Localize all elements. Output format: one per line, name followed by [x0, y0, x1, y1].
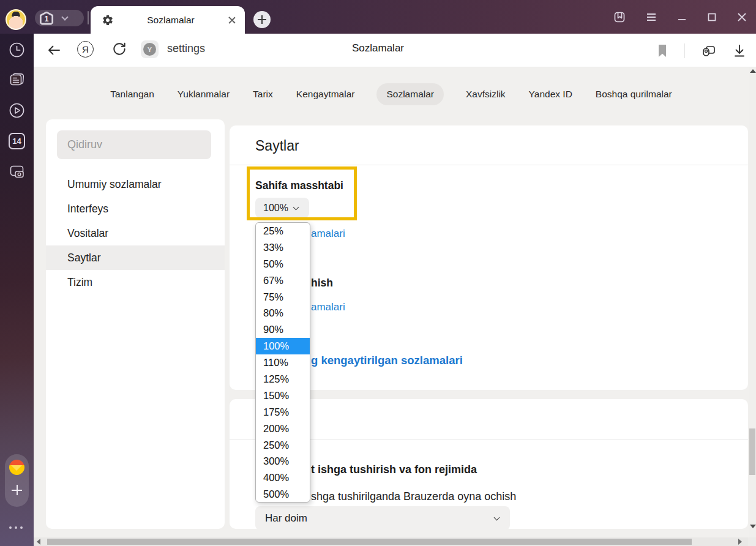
chevron-down-icon [61, 13, 68, 20]
downloads-icon[interactable] [733, 43, 746, 58]
nav-tab-xavfsizlik[interactable]: Xavfsizlik [465, 83, 507, 105]
tab-group-selector[interactable]: 1 [35, 10, 84, 26]
gear-icon [102, 14, 114, 26]
feed-icon[interactable] [9, 72, 25, 88]
more-options-icon[interactable] [9, 526, 23, 529]
tab-group-count: 1 [41, 13, 52, 23]
calendar-date: 14 [12, 136, 21, 146]
chevron-down-icon [293, 204, 299, 210]
history-icon[interactable] [9, 42, 25, 58]
tab-separator [88, 11, 89, 24]
autostart-select[interactable]: Har doim [255, 506, 510, 530]
yandex-logo-icon[interactable]: Я [77, 41, 94, 58]
scroll-right-arrow[interactable] [738, 539, 742, 545]
autostart-text-partial: shga tushirilganda Brauzerda oyna ochish [311, 490, 516, 503]
search-placeholder: Qidiruv [67, 138, 102, 151]
settings-sidebar: Qidiruv Umumiy sozlamalar Interfeys Vosi… [46, 119, 225, 529]
search-input[interactable]: Qidiruv [57, 130, 211, 159]
advanced-settings-link[interactable]: g kengaytirilgan sozlamalari [311, 354, 463, 367]
nav-tab-kengaytmalar[interactable]: Kengaytmalar [295, 83, 356, 105]
sidebar-item-umumiy[interactable]: Umumiy sozlamalar [46, 172, 225, 196]
page-zoom-label: Sahifa masshtabi [255, 179, 343, 192]
autostart-select-value: Har doim [265, 512, 307, 525]
nav-tab-sozlamalar[interactable]: Sozlamalar [376, 83, 444, 105]
calendar-icon[interactable]: 14 [9, 133, 25, 149]
nav-tab-tarix[interactable]: Tarix [252, 83, 274, 105]
partial-heading: hish [311, 277, 333, 290]
autostart-heading-partial: t ishga tushirish va fon rejimida [311, 463, 477, 476]
site-favicon-letter: Y [143, 43, 156, 56]
zoom-option-75[interactable]: 75% [256, 289, 310, 305]
zoom-option-150[interactable]: 150% [256, 387, 310, 404]
toolbar-divider [684, 43, 685, 58]
menu-icon[interactable] [646, 12, 657, 22]
maximize-icon[interactable] [707, 12, 717, 22]
zoom-option-80[interactable]: 80% [256, 305, 310, 321]
bookmark-icon[interactable] [656, 43, 668, 58]
pinned-apps-pill [5, 454, 29, 507]
page-zoom-value: 100% [263, 203, 288, 214]
scroll-left-arrow[interactable] [37, 539, 40, 545]
tab-title: Sozlamalar [114, 15, 228, 26]
section-divider [230, 165, 748, 165]
horizontal-scrollbar-thumb[interactable] [47, 539, 692, 545]
zoom-option-100-selected[interactable]: 100% [256, 338, 310, 354]
chevron-down-icon [494, 514, 500, 520]
zoom-option-50[interactable]: 50% [256, 256, 310, 272]
nav-tab-yuklanmalar[interactable]: Yuklanmalar [176, 83, 231, 105]
side-panel-icon[interactable] [613, 11, 626, 23]
zoom-option-200[interactable]: 200% [256, 421, 310, 437]
nav-tab-boshqa-qurilmalar[interactable]: Boshqa qurilmalar [594, 83, 673, 105]
zoom-option-250[interactable]: 250% [256, 437, 310, 454]
page-zoom-select[interactable]: 100% [255, 198, 309, 218]
vertical-scrollbar-thumb[interactable] [749, 428, 755, 475]
zoom-option-25[interactable]: 25% [256, 223, 310, 239]
nav-tab-yandex-id[interactable]: Yandex ID [528, 83, 574, 105]
sidebar-item-vositalar[interactable]: Vositalar [46, 221, 225, 245]
zoom-option-110[interactable]: 110% [256, 354, 310, 371]
zoom-option-500[interactable]: 500% [256, 486, 310, 503]
settings-nav: Tanlangan Yuklanmalar Tarix Kengaytmalar… [34, 81, 749, 108]
section-heading: Saytlar [255, 138, 299, 154]
back-icon[interactable] [46, 42, 62, 58]
zoom-option-175[interactable]: 175% [256, 404, 310, 421]
zoom-option-125[interactable]: 125% [256, 371, 310, 387]
reload-icon[interactable] [111, 41, 127, 57]
tab-groups-icon[interactable] [701, 43, 717, 58]
yandex-mail-icon[interactable] [9, 460, 24, 475]
zoom-option-300[interactable]: 300% [256, 453, 310, 469]
sidebar-item-saytlar[interactable]: Saytlar [46, 245, 225, 270]
video-icon[interactable] [9, 102, 25, 119]
partial-link[interactable]: amalari [311, 301, 345, 313]
site-favicon[interactable]: Y [141, 40, 159, 58]
close-icon[interactable] [737, 12, 747, 22]
sidebar-item-tizim[interactable]: Tizim [46, 270, 225, 294]
tab-group-icon: 1 [39, 12, 54, 25]
add-app-icon[interactable] [12, 485, 22, 495]
zoom-option-33[interactable]: 33% [256, 239, 310, 256]
zoom-option-400[interactable]: 400% [256, 469, 310, 486]
screenshot-icon[interactable] [9, 163, 25, 180]
window-titlebar: 1 Sozlamalar [0, 0, 756, 34]
browser-sidebar: 14 [0, 34, 34, 546]
tab-close-icon[interactable] [228, 16, 236, 24]
nav-tab-tanlangan[interactable]: Tanlangan [109, 83, 155, 105]
active-tab[interactable]: Sozlamalar [91, 6, 245, 34]
zoom-dropdown-menu: 25% 33% 50% 67% 75% 80% 90% 100% 110% 12… [255, 222, 310, 503]
sidebar-item-interfeys[interactable]: Interfeys [46, 196, 225, 221]
profile-avatar[interactable] [6, 9, 26, 30]
scrollbar-corner [748, 537, 756, 546]
partial-link[interactable]: amalari [311, 228, 345, 240]
address-bar-text[interactable]: settings [167, 42, 205, 55]
scroll-down-arrow[interactable] [750, 525, 756, 528]
minimize-icon[interactable] [677, 12, 687, 22]
new-tab-button[interactable] [253, 11, 271, 28]
browser-window: 1 Sozlamalar [0, 0, 756, 546]
zoom-option-90[interactable]: 90% [256, 321, 310, 338]
scroll-up-arrow[interactable] [750, 69, 756, 73]
zoom-option-67[interactable]: 67% [256, 272, 310, 289]
